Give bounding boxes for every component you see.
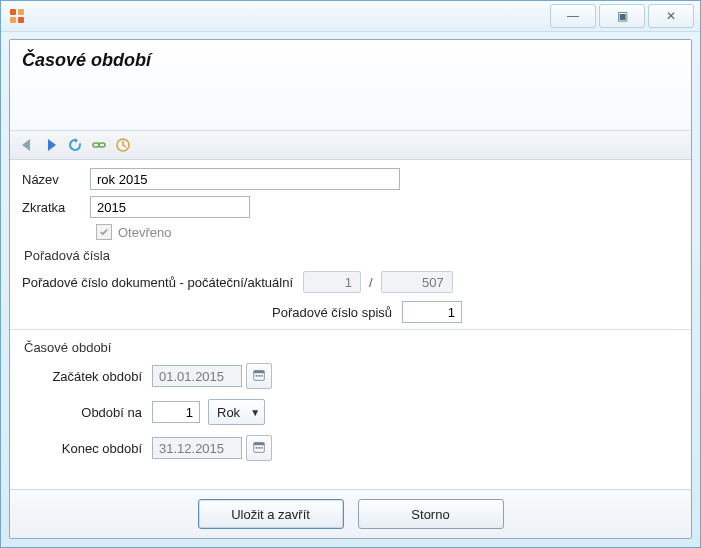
row-nazev: Název [22, 168, 679, 190]
svg-marker-5 [48, 139, 56, 151]
cancel-button-label: Storno [411, 507, 449, 522]
outer-window: — ▣ ✕ Časové období [0, 0, 701, 548]
window-controls: — ▣ ✕ [547, 4, 694, 28]
label-doc-seq: Pořadové číslo dokumentů - počáteční/akt… [22, 275, 303, 290]
titlebar: — ▣ ✕ [1, 1, 700, 32]
row-length: Období na Rok ▼ [22, 399, 679, 425]
label-spis-seq: Pořadové číslo spisů [22, 305, 392, 320]
chevron-down-icon: ▼ [250, 407, 260, 418]
prev-icon[interactable] [18, 136, 36, 154]
next-icon[interactable] [42, 136, 60, 154]
label-end: Konec období [22, 441, 142, 456]
row-otevreno: Otevřeno [96, 224, 679, 240]
svg-rect-2 [10, 17, 16, 23]
input-end-date[interactable] [152, 437, 242, 459]
svg-rect-7 [99, 143, 105, 147]
input-start-date[interactable] [152, 365, 242, 387]
svg-rect-17 [258, 447, 260, 449]
toolbar [10, 131, 691, 160]
section-period: Časové období [24, 340, 679, 355]
input-spis-seq[interactable] [402, 301, 462, 323]
section-poradova: Pořadová čísla [24, 248, 679, 263]
app-icon [9, 8, 25, 24]
input-length[interactable] [152, 401, 200, 423]
select-unit[interactable]: Rok ▼ [208, 399, 265, 425]
svg-rect-16 [256, 447, 258, 449]
svg-rect-6 [93, 143, 99, 147]
dialog-footer: Uložit a zavřít Storno [10, 489, 691, 538]
save-button[interactable]: Uložit a zavřít [198, 499, 344, 529]
label-length: Období na [22, 405, 142, 420]
calendar-icon [252, 368, 266, 385]
field-doc-current: 507 [381, 271, 453, 293]
minimize-button[interactable]: — [550, 4, 596, 28]
svg-rect-3 [18, 17, 24, 23]
svg-rect-10 [254, 370, 265, 373]
label-zkratka: Zkratka [22, 200, 90, 215]
maximize-button[interactable]: ▣ [599, 4, 645, 28]
label-otevreno: Otevřeno [118, 225, 171, 240]
row-start: Začátek období [22, 363, 679, 389]
svg-rect-12 [258, 375, 260, 377]
maximize-icon: ▣ [617, 9, 628, 23]
close-button[interactable]: ✕ [648, 4, 694, 28]
calendar-icon [252, 440, 266, 457]
svg-marker-4 [22, 139, 30, 151]
dialog-header: Časové období [10, 40, 691, 131]
link-icon[interactable] [90, 136, 108, 154]
titlebar-left [9, 8, 25, 24]
label-start: Začátek období [22, 369, 142, 384]
calendar-start-button[interactable] [246, 363, 272, 389]
row-end: Konec období [22, 435, 679, 461]
svg-rect-11 [256, 375, 258, 377]
input-zkratka[interactable] [90, 196, 250, 218]
save-button-label: Uložit a zavřít [231, 507, 310, 522]
svg-rect-18 [261, 447, 263, 449]
field-doc-start: 1 [303, 271, 361, 293]
refresh-icon[interactable] [66, 136, 84, 154]
form-area: Název Zkratka Otevřeno Pořadová čísla Po… [10, 160, 691, 461]
checkbox-otevreno [96, 224, 112, 240]
label-nazev: Název [22, 172, 90, 187]
select-unit-label: Rok [217, 405, 240, 420]
clock-icon[interactable] [114, 136, 132, 154]
svg-rect-1 [18, 9, 24, 15]
calendar-end-button[interactable] [246, 435, 272, 461]
row-spis-seq: Pořadové číslo spisů [22, 301, 679, 323]
dialog-panel: Časové období [9, 39, 692, 539]
row-zkratka: Zkratka [22, 196, 679, 218]
svg-rect-0 [10, 9, 16, 15]
cancel-button[interactable]: Storno [358, 499, 504, 529]
sep-slash: / [361, 275, 381, 290]
row-doc-seq: Pořadové číslo dokumentů - počáteční/akt… [22, 271, 679, 293]
input-nazev[interactable] [90, 168, 400, 190]
svg-rect-13 [261, 375, 263, 377]
svg-rect-15 [254, 442, 265, 445]
minimize-icon: — [567, 9, 579, 23]
close-icon: ✕ [666, 9, 676, 23]
divider [10, 329, 691, 330]
dialog-title: Časové období [22, 50, 679, 71]
